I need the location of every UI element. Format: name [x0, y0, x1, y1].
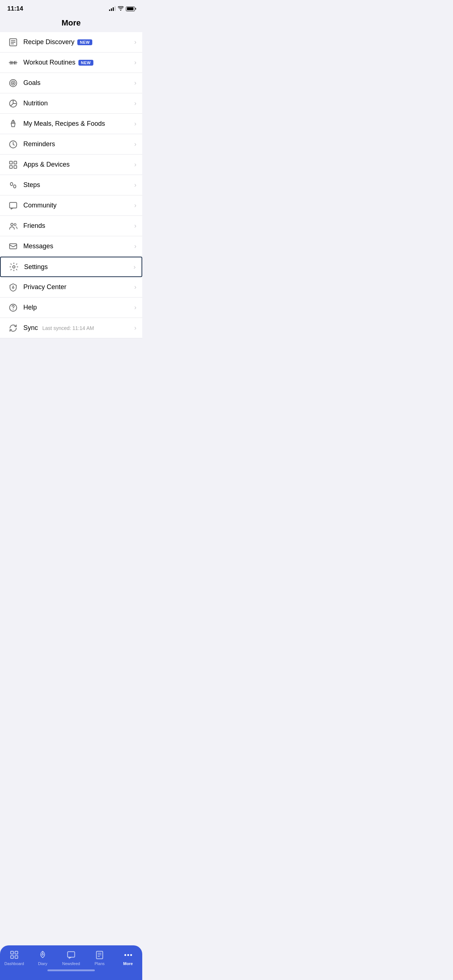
- chevron-icon: ›: [134, 100, 136, 107]
- apps-devices-content: Apps & Devices: [21, 161, 134, 169]
- menu-item-goals[interactable]: Goals ›: [0, 73, 142, 93]
- messages-content: Messages: [21, 242, 134, 250]
- menu-item-reminders[interactable]: Reminders ›: [0, 134, 142, 154]
- workout-new-badge: NEW: [78, 60, 93, 65]
- privacy-icon: [6, 280, 21, 294]
- workout-routines-label: Workout Routines: [23, 59, 75, 66]
- svg-rect-25: [10, 202, 17, 208]
- chevron-icon: ›: [134, 79, 136, 87]
- svg-line-18: [13, 145, 14, 145]
- help-label: Help: [23, 304, 37, 311]
- svg-point-27: [14, 223, 16, 225]
- recipe-new-badge: NEW: [77, 40, 92, 45]
- messages-icon: [6, 239, 21, 254]
- status-bar: 11:14: [0, 0, 142, 15]
- chevron-icon: ›: [134, 38, 136, 46]
- goals-label: Goals: [23, 79, 40, 87]
- menu-item-nutrition[interactable]: Nutrition ›: [0, 93, 142, 114]
- apps-devices-label: Apps & Devices: [23, 161, 70, 169]
- steps-content: Steps: [21, 181, 134, 189]
- friends-label: Friends: [23, 222, 45, 230]
- help-content: Help: [21, 304, 134, 311]
- status-time: 11:14: [7, 5, 23, 13]
- privacy-center-label: Privacy Center: [23, 283, 66, 291]
- sync-content: Sync Last synced: 11:14 AM: [21, 324, 134, 332]
- chevron-icon: ›: [134, 202, 136, 209]
- chevron-icon: ›: [134, 59, 136, 66]
- menu-list-container: Recipe Discovery NEW › Workout Routines: [0, 32, 142, 338]
- recipe-discovery-content: Recipe Discovery NEW: [21, 38, 134, 46]
- recipe-icon: [6, 35, 21, 49]
- chevron-icon: ›: [134, 222, 136, 230]
- friends-content: Friends: [21, 222, 134, 230]
- menu-list: Recipe Discovery NEW › Workout Routines: [0, 32, 142, 375]
- menu-item-messages[interactable]: Messages ›: [0, 236, 142, 257]
- wifi-icon: [118, 6, 124, 12]
- chevron-icon: ›: [134, 324, 136, 332]
- chevron-icon: ›: [134, 304, 136, 311]
- meals-icon: [6, 117, 21, 131]
- chevron-icon: ›: [134, 181, 136, 189]
- recipe-discovery-label: Recipe Discovery: [23, 38, 74, 46]
- menu-item-my-meals[interactable]: My Meals, Recipes & Foods ›: [0, 114, 142, 134]
- workout-routines-content: Workout Routines NEW: [21, 59, 134, 66]
- battery-icon: [126, 6, 135, 11]
- my-meals-label: My Meals, Recipes & Foods: [23, 120, 105, 127]
- settings-icon: [6, 259, 21, 274]
- sync-label: Sync: [23, 324, 38, 332]
- goals-content: Goals: [21, 79, 134, 87]
- steps-icon: [6, 178, 21, 192]
- menu-item-privacy-center[interactable]: Privacy Center ›: [0, 277, 142, 298]
- privacy-center-content: Privacy Center: [21, 283, 134, 291]
- menu-item-workout-routines[interactable]: Workout Routines NEW ›: [0, 52, 142, 73]
- svg-rect-22: [14, 165, 17, 169]
- sync-icon: [6, 321, 21, 336]
- chevron-icon: ›: [134, 242, 136, 250]
- workout-icon: [6, 56, 21, 70]
- settings-content: Settings: [21, 263, 134, 271]
- menu-item-sync[interactable]: Sync Last synced: 11:14 AM ›: [0, 318, 142, 338]
- svg-rect-19: [10, 161, 13, 164]
- reminders-label: Reminders: [23, 140, 55, 148]
- chevron-icon: ›: [134, 263, 136, 271]
- my-meals-content: My Meals, Recipes & Foods: [21, 120, 134, 127]
- svg-rect-21: [10, 165, 13, 169]
- goals-icon: [6, 76, 21, 91]
- page-header: More: [0, 15, 142, 32]
- svg-point-23: [10, 182, 13, 186]
- chevron-icon: ›: [134, 140, 136, 148]
- chevron-icon: ›: [134, 283, 136, 291]
- svg-point-24: [13, 185, 16, 188]
- page-title: More: [62, 18, 81, 27]
- apps-icon: [6, 158, 21, 172]
- steps-label: Steps: [23, 181, 40, 189]
- menu-item-steps[interactable]: Steps ›: [0, 175, 142, 196]
- reminders-content: Reminders: [21, 140, 134, 148]
- help-icon: [6, 301, 21, 315]
- menu-item-community[interactable]: Community ›: [0, 196, 142, 216]
- settings-label: Settings: [24, 263, 48, 271]
- menu-item-help[interactable]: Help ›: [0, 298, 142, 318]
- sync-subtitle: Last synced: 11:14 AM: [42, 325, 94, 331]
- svg-rect-28: [10, 243, 17, 249]
- chevron-icon: ›: [134, 161, 136, 169]
- chevron-icon: ›: [134, 120, 136, 127]
- menu-item-settings[interactable]: Settings ›: [0, 257, 142, 277]
- svg-point-13: [13, 83, 13, 83]
- signal-icon: [109, 6, 116, 11]
- svg-point-11: [10, 80, 17, 87]
- messages-label: Messages: [23, 242, 53, 250]
- community-label: Community: [23, 202, 57, 209]
- svg-point-12: [11, 81, 15, 85]
- status-icons: [109, 6, 135, 12]
- community-content: Community: [21, 202, 134, 209]
- nutrition-icon: [6, 96, 21, 111]
- nutrition-label: Nutrition: [23, 100, 48, 107]
- svg-point-29: [13, 266, 15, 268]
- svg-rect-20: [14, 161, 17, 164]
- menu-item-friends[interactable]: Friends ›: [0, 216, 142, 236]
- svg-point-26: [11, 223, 13, 226]
- menu-item-apps-devices[interactable]: Apps & Devices ›: [0, 154, 142, 175]
- menu-item-recipe-discovery[interactable]: Recipe Discovery NEW ›: [0, 32, 142, 52]
- friends-icon: [6, 219, 21, 233]
